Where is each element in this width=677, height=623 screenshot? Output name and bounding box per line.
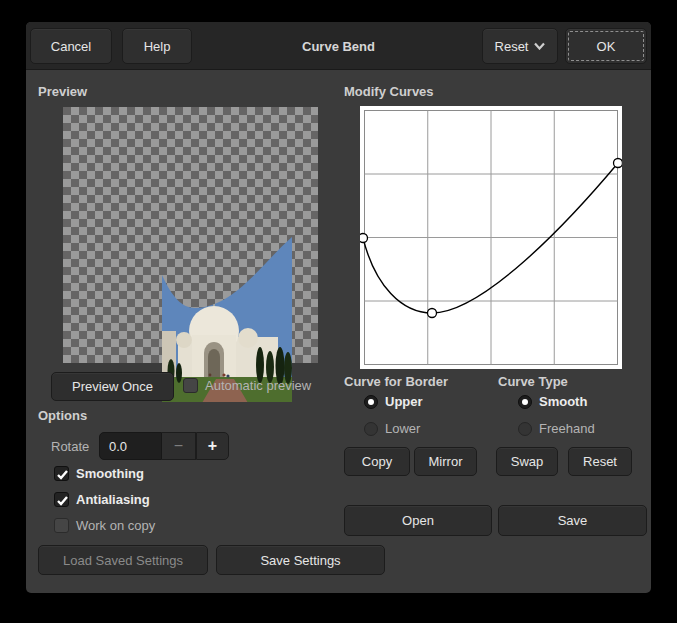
save-button[interactable]: Save xyxy=(498,505,647,536)
modify-curves-section-label: Modify Curves xyxy=(344,84,434,99)
ok-button[interactable]: OK xyxy=(565,28,647,64)
work-on-copy-checkbox[interactable] xyxy=(54,518,69,533)
radio-dot xyxy=(522,399,528,405)
swap-button-label: Swap xyxy=(511,454,544,469)
rotate-input[interactable]: 0.0 xyxy=(99,432,162,460)
load-saved-settings-label: Load Saved Settings xyxy=(63,553,183,568)
reset-curve-button-label: Reset xyxy=(583,454,617,469)
smooth-radio-label: Smooth xyxy=(539,394,587,409)
automatic-preview-label: Automatic preview xyxy=(205,378,311,393)
check-icon xyxy=(56,493,69,511)
smooth-radio[interactable] xyxy=(518,395,532,409)
reset-curve-button[interactable]: Reset xyxy=(568,447,632,476)
swap-button[interactable]: Swap xyxy=(496,447,558,476)
reset-dropdown-label: Reset xyxy=(495,39,529,54)
curve-point-handle[interactable] xyxy=(428,309,437,318)
lower-radio[interactable] xyxy=(364,422,378,436)
preview-section-label: Preview xyxy=(38,84,87,99)
load-saved-settings-button[interactable]: Load Saved Settings xyxy=(38,545,208,575)
rotate-label: Rotate xyxy=(51,439,89,454)
radio-upper-row[interactable]: Upper xyxy=(364,394,423,409)
plus-icon: + xyxy=(208,437,217,455)
upper-radio-label: Upper xyxy=(385,394,423,409)
save-settings-button[interactable]: Save Settings xyxy=(216,545,385,575)
help-button-label: Help xyxy=(144,39,171,54)
options-section-label: Options xyxy=(38,408,87,423)
smoothing-checkbox[interactable] xyxy=(54,466,69,481)
curve-point-handle[interactable] xyxy=(614,159,623,168)
mirror-button-label: Mirror xyxy=(429,454,463,469)
rotate-increment-button[interactable]: + xyxy=(196,432,229,460)
curve-bend-dialog-window: Curve Bend Cancel Help Reset OK Preview xyxy=(0,0,677,623)
copy-button-label: Copy xyxy=(362,454,392,469)
copy-button[interactable]: Copy xyxy=(344,447,410,476)
preview-once-label: Preview Once xyxy=(72,379,153,394)
dialog: Curve Bend Cancel Help Reset OK Preview xyxy=(26,22,651,593)
mirror-button[interactable]: Mirror xyxy=(414,447,477,476)
curve-editor-graph[interactable] xyxy=(360,106,622,369)
minus-icon: − xyxy=(174,437,183,455)
rotate-decrement-button[interactable]: − xyxy=(162,432,196,460)
curve-graph-svg xyxy=(360,106,622,369)
automatic-preview-checkbox-row[interactable]: Automatic preview xyxy=(183,378,311,393)
antialiasing-checkbox-row[interactable]: Antialiasing xyxy=(54,492,150,507)
chevron-down-icon xyxy=(534,42,545,50)
work-on-copy-label: Work on copy xyxy=(76,518,155,533)
transparency-checkerboard-preview-area xyxy=(63,107,318,363)
smoothing-checkbox-row[interactable]: Smoothing xyxy=(54,466,144,481)
cancel-button-label: Cancel xyxy=(51,39,91,54)
radio-smooth-row[interactable]: Smooth xyxy=(518,394,587,409)
antialiasing-checkbox[interactable] xyxy=(54,492,69,507)
smoothing-label: Smoothing xyxy=(76,466,144,481)
freehand-radio[interactable] xyxy=(518,422,532,436)
upper-radio[interactable] xyxy=(364,395,378,409)
dialog-header: Curve Bend Cancel Help Reset OK xyxy=(26,22,651,70)
antialiasing-label: Antialiasing xyxy=(76,492,150,507)
automatic-preview-checkbox[interactable] xyxy=(183,378,198,393)
check-icon xyxy=(56,467,69,485)
rotate-value: 0.0 xyxy=(109,439,127,454)
reset-dropdown-button[interactable]: Reset xyxy=(482,28,558,64)
radio-dot xyxy=(368,399,374,405)
work-on-copy-checkbox-row[interactable]: Work on copy xyxy=(54,518,155,533)
open-button[interactable]: Open xyxy=(344,505,492,536)
radio-freehand-row[interactable]: Freehand xyxy=(518,421,595,436)
cancel-button[interactable]: Cancel xyxy=(30,28,112,64)
freehand-radio-label: Freehand xyxy=(539,421,595,436)
help-button[interactable]: Help xyxy=(122,28,192,64)
save-button-label: Save xyxy=(558,513,588,528)
curve-point-handle[interactable] xyxy=(360,234,368,243)
preview-once-button[interactable]: Preview Once xyxy=(51,372,174,401)
radio-lower-row[interactable]: Lower xyxy=(364,421,420,436)
save-settings-label: Save Settings xyxy=(260,553,340,568)
ok-button-label: OK xyxy=(597,39,616,54)
lower-radio-label: Lower xyxy=(385,421,420,436)
curve-type-label: Curve Type xyxy=(498,374,568,389)
open-button-label: Open xyxy=(402,513,434,528)
curve-for-border-label: Curve for Border xyxy=(344,374,448,389)
